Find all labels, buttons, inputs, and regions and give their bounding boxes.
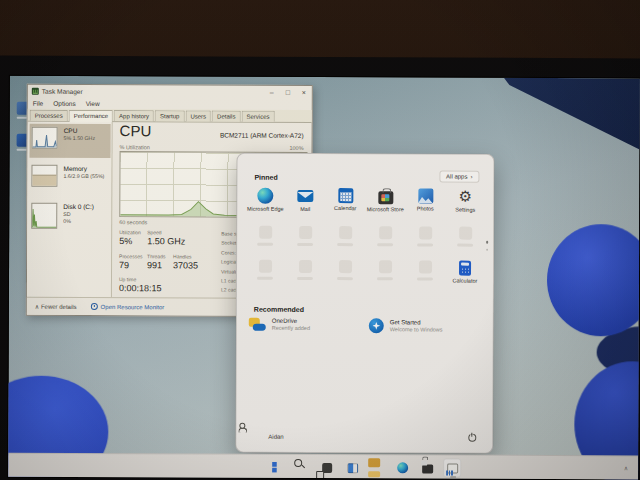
page-dot <box>486 248 489 251</box>
tab-performance[interactable]: Performance <box>69 110 113 122</box>
stat-value-uptime: 0:00:18:15 <box>119 283 162 293</box>
start-button[interactable] <box>268 458 286 477</box>
sidebar-item-disk[interactable]: Disk 0 (C:) SD 0% <box>29 200 110 244</box>
pinned-app-placeholder <box>285 226 325 246</box>
tab-strip: Processes Performance App history Startu… <box>28 109 312 123</box>
sidebar-item-memory[interactable]: Memory 1.6/2.9 GB (55%) <box>29 162 110 196</box>
pinned-app-calculator[interactable]: Calculator <box>445 261 485 284</box>
microsoft-store-icon <box>422 464 433 473</box>
pinned-heading: Pinned <box>254 174 277 181</box>
onedrive-icon <box>249 318 266 331</box>
widgets-button[interactable] <box>343 458 361 477</box>
search-button[interactable] <box>293 458 311 477</box>
edge-button[interactable] <box>393 458 411 477</box>
get-started-icon <box>369 318 384 333</box>
pinned-page-indicator[interactable] <box>486 241 489 256</box>
pinned-app-edge[interactable]: Microsoft Edge <box>245 188 285 212</box>
pinned-app-settings[interactable]: ⚙ Settings <box>445 189 485 213</box>
cpu-sparkline <box>32 127 58 149</box>
user-account-button[interactable]: Aidan <box>252 432 283 442</box>
pinned-app-placeholder <box>445 227 485 247</box>
tab-services[interactable]: Services <box>241 111 274 122</box>
resource-monitor-icon <box>91 303 98 310</box>
gear-icon: ⚙ <box>457 189 473 205</box>
widgets-icon <box>347 463 358 473</box>
pinned-app-placeholder <box>285 260 325 283</box>
edge-icon <box>257 188 273 204</box>
stat-label: Threads <box>147 253 165 259</box>
tab-app-history[interactable]: App history <box>114 110 154 121</box>
minimize-button[interactable]: – <box>264 86 280 98</box>
stat-label: Utilization <box>119 229 141 235</box>
y-axis-label: % Utilization <box>120 144 150 150</box>
windows-logo-icon <box>272 462 283 473</box>
stat-value-handles: 37035 <box>173 260 198 270</box>
x-axis-label: 60 seconds <box>119 219 147 225</box>
performance-sidebar: CPU 5% 1.50 GHz Memory 1.6/2.9 GB (55%) … <box>27 122 113 297</box>
memory-sparkline <box>31 165 57 187</box>
person-icon <box>252 432 262 442</box>
pinned-app-photos[interactable]: Photos <box>405 188 445 212</box>
tab-processes[interactable]: Processes <box>30 110 68 121</box>
page-dot-active <box>486 241 489 244</box>
recommended-item-get-started[interactable]: Get Started Welcome to Windows <box>369 318 443 333</box>
cpu-chip-name: BCM2711 (ARM Cortex-A72) <box>220 132 304 139</box>
wallpaper-petal <box>547 224 640 336</box>
task-manager-icon <box>447 463 458 473</box>
pinned-app-mail[interactable]: Mail <box>285 188 325 212</box>
stat-label: Handles <box>173 253 191 259</box>
open-resource-monitor-link[interactable]: Open Resource Monitor <box>91 303 165 310</box>
power-button[interactable] <box>467 433 476 442</box>
tray-chevron-icon[interactable]: ∧ <box>624 464 628 471</box>
stat-value-utilization: 5% <box>119 236 132 246</box>
pinned-app-placeholder <box>405 226 445 246</box>
store-button[interactable] <box>418 458 436 477</box>
pinned-app-placeholder <box>365 260 405 283</box>
start-menu-bottom-bar: Aidan <box>236 422 492 453</box>
recommended-heading: Recommended <box>254 306 304 313</box>
maximize-button[interactable]: □ <box>280 86 296 98</box>
fewer-details-button[interactable]: ∧ Fewer details <box>35 303 77 310</box>
all-apps-button[interactable]: All apps › <box>439 171 479 183</box>
search-icon <box>297 462 308 473</box>
file-explorer-button[interactable] <box>368 458 386 477</box>
calendar-icon <box>338 188 353 203</box>
disk-sparkline <box>31 203 57 229</box>
tab-details[interactable]: Details <box>212 111 240 122</box>
desktop-screen: Task Manager – □ × File Options View Pro… <box>7 75 640 480</box>
menu-file[interactable]: File <box>28 100 49 107</box>
stat-label: Speed <box>147 229 161 235</box>
menu-options[interactable]: Options <box>48 100 80 107</box>
tab-users[interactable]: Users <box>185 110 211 121</box>
close-button[interactable]: × <box>296 86 312 98</box>
pinned-app-placeholder <box>245 226 285 246</box>
recommended-item-onedrive[interactable]: OneDrive Recently added <box>249 318 310 331</box>
pinned-app-placeholder <box>245 260 285 283</box>
monitor-bezel: Task Manager – □ × File Options View Pro… <box>0 56 640 480</box>
taskbar: ∧ <box>8 453 638 480</box>
task-manager-titlebar[interactable]: Task Manager – □ × <box>28 85 312 99</box>
task-view-icon <box>322 463 332 473</box>
task-manager-icon <box>32 88 39 95</box>
photos-icon <box>418 188 433 203</box>
menu-view[interactable]: View <box>81 100 105 107</box>
stat-label: Processes <box>119 253 142 259</box>
pinned-app-store[interactable]: Microsoft Store <box>365 188 405 212</box>
tab-startup[interactable]: Startup <box>155 110 184 121</box>
pinned-app-calendar[interactable]: Calendar <box>325 188 365 212</box>
stat-value-speed: 1.50 GHz <box>147 236 185 246</box>
pinned-app-placeholder <box>325 260 365 283</box>
calculator-icon <box>459 261 471 276</box>
window-title: Task Manager <box>42 88 83 95</box>
task-view-button[interactable] <box>318 458 336 477</box>
wallpaper-dark-wedge <box>504 78 640 151</box>
stat-value-threads: 991 <box>147 260 162 270</box>
stat-label: Up time <box>119 276 136 282</box>
y-axis-max: 100% <box>289 145 303 151</box>
mail-icon <box>297 190 313 202</box>
pinned-app-placeholder <box>365 226 405 246</box>
folder-icon <box>371 463 383 473</box>
task-manager-taskbar-button[interactable] <box>443 459 461 478</box>
microsoft-store-icon <box>378 191 393 204</box>
sidebar-item-cpu[interactable]: CPU 5% 1.50 GHz <box>30 124 111 158</box>
